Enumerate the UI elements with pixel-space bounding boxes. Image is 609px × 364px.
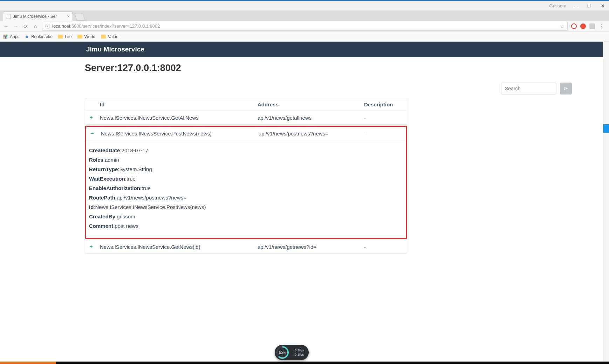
detail-line: CreatedBy:grissom: [89, 214, 403, 219]
extension-icon[interactable]: [580, 23, 586, 29]
page-viewport: Jimu Microservice Server:127.0.0.1:8002 …: [0, 42, 609, 362]
page-heading: Server:127.0.0.1:8002: [85, 63, 574, 74]
folder-icon: [58, 35, 63, 38]
os-title-bar: Grissom — ❐ ✕: [0, 1, 609, 10]
site-info-icon[interactable]: i: [45, 24, 50, 29]
bookmark-folder-life[interactable]: Life: [58, 34, 71, 39]
nav-forward-button: →: [13, 23, 19, 29]
cell-id: News.IServices.INewsService.GetAllNews: [97, 112, 255, 124]
address-bar[interactable]: i localhost:5000/services/index?server=1…: [42, 22, 568, 31]
bookmarks-bar: Apps ★ Bookmarks Life World Value: [0, 32, 609, 42]
bookmark-star-icon[interactable]: ☆: [560, 23, 564, 29]
search-input[interactable]: [501, 83, 556, 94]
services-table: Id Address Description + News.IServices.…: [85, 98, 407, 254]
os-user: Grissom: [549, 3, 566, 8]
table-header: Id Address Description: [85, 98, 407, 111]
scrollbar[interactable]: [603, 42, 609, 362]
table-row: – News.IServices.INewsService.PostNews(n…: [86, 127, 406, 140]
expand-button[interactable]: +: [85, 111, 97, 124]
extension-icon[interactable]: [589, 23, 595, 29]
col-id: Id: [97, 98, 255, 111]
cell-address: api/v1/news/getnews?id=: [255, 241, 361, 253]
app-header: Jimu Microservice: [0, 42, 609, 57]
expand-button[interactable]: +: [85, 240, 97, 253]
refresh-button[interactable]: ⟳: [560, 83, 572, 94]
tab-close-button[interactable]: ×: [67, 14, 70, 19]
star-icon: ★: [25, 34, 29, 39]
cell-address: api/v1/news/getallnews: [255, 112, 361, 124]
cell-id: News.IServices.INewsService.PostNews(new…: [98, 127, 256, 140]
row-details: CreatedDate:2018-07-17 Roles:admin Retur…: [86, 140, 406, 238]
browser-tab-active[interactable]: Jimu Microservice - Ser ×: [3, 12, 73, 21]
detail-line: CreatedDate:2018-07-17: [89, 147, 403, 153]
tab-title: Jimu Microservice - Ser: [13, 14, 65, 19]
apps-grid-icon: [4, 35, 8, 39]
apps-shortcut[interactable]: Apps: [4, 34, 19, 39]
performance-widget[interactable]: 62% 0.2K/s 0.1K/s: [275, 345, 309, 360]
net-rates: 0.2K/s 0.1K/s: [292, 348, 304, 357]
page-favicon-icon: [6, 14, 11, 19]
extension-icon[interactable]: [571, 23, 577, 29]
detail-line: ReturnType:System.String: [89, 166, 403, 172]
bookmark-folder-value[interactable]: Value: [101, 34, 118, 39]
folder-icon: [77, 35, 82, 38]
bookmark-folder-world[interactable]: World: [77, 34, 95, 39]
browser-menu-button[interactable]: ⋮: [598, 23, 604, 29]
os-taskbar[interactable]: [0, 362, 609, 364]
extension-icons: ⋮: [571, 23, 606, 29]
window-minimize-button[interactable]: —: [573, 3, 580, 8]
folder-icon: [101, 35, 106, 38]
col-description: Description: [361, 98, 407, 111]
col-address: Address: [255, 98, 361, 111]
browser-toolbar: ← → ⟳ ⌂ i localhost:5000/services/index?…: [0, 21, 609, 32]
cell-desc: -: [362, 127, 408, 140]
bookmarks-shortcut[interactable]: ★ Bookmarks: [25, 34, 52, 39]
new-tab-button[interactable]: [74, 14, 85, 21]
detail-line: EnableAuthorization:true: [89, 185, 403, 191]
browser-tab-strip: Jimu Microservice - Ser ×: [0, 10, 609, 21]
detail-line: Id:News.IServices.INewsService.PostNews(…: [89, 204, 403, 210]
refresh-icon: ⟳: [564, 86, 568, 91]
cell-desc: -: [361, 112, 407, 124]
detail-line: Roles:admin: [89, 157, 403, 163]
window-close-button[interactable]: ✕: [599, 3, 606, 8]
url-text: localhost:5000/services/index?server=127…: [52, 23, 558, 29]
table-row: + News.IServices.INewsService.GetAllNews…: [85, 111, 407, 125]
nav-back-button[interactable]: ←: [3, 23, 9, 29]
collapse-button[interactable]: –: [86, 127, 98, 140]
cell-id: News.IServices.INewsService.GetNews(id): [97, 241, 255, 253]
detail-line: RoutePath:api/v1/news/postnews?news=: [89, 195, 403, 201]
cell-desc: -: [361, 241, 407, 253]
detail-line: Comment:post news: [89, 223, 403, 229]
detail-line: WaitExecution:true: [89, 176, 403, 182]
window-maximize-button[interactable]: ❐: [586, 3, 593, 8]
nav-reload-button[interactable]: ⟳: [22, 23, 29, 29]
table-row: + News.IServices.INewsService.GetNews(id…: [85, 240, 407, 253]
app-title: Jimu Microservice: [86, 46, 144, 53]
cpu-ring-icon: 62%: [276, 346, 289, 359]
cell-address: api/v1/news/postnews?news=: [256, 127, 362, 140]
nav-home-button[interactable]: ⌂: [32, 23, 39, 29]
highlighted-region: – News.IServices.INewsService.PostNews(n…: [85, 126, 407, 239]
